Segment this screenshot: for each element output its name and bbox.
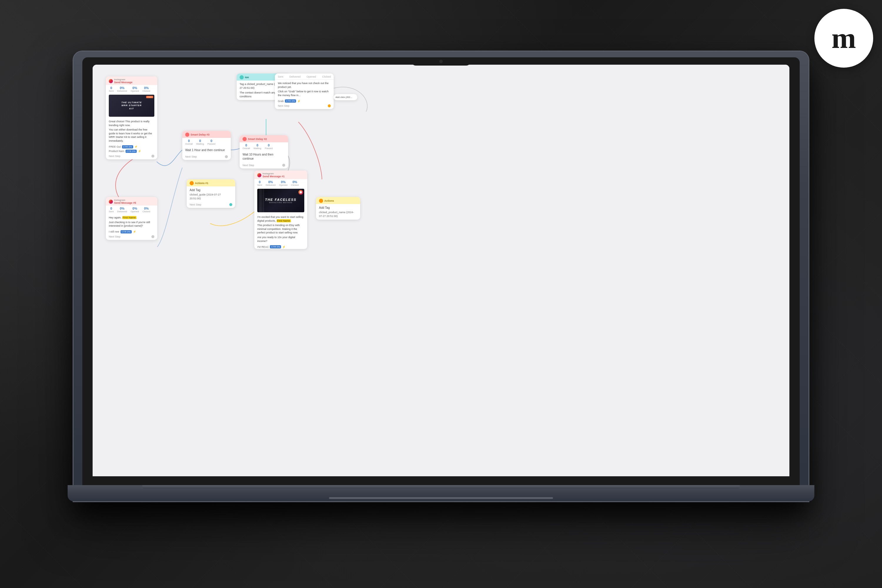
ctr-row-email: Grab CTR 0% ⚡: [275, 99, 334, 103]
ctr-badge-email: CTR 0%: [285, 99, 296, 103]
email-stat-delivered: Delivered: [289, 75, 300, 78]
stat-overall-2: 0 Overall: [243, 144, 250, 150]
send-message-5-body: Hey again, First Name. Just checking in …: [106, 214, 157, 230]
node-send-message[interactable]: Instagram Send Message 0 Sent 0% D: [106, 76, 157, 159]
ctr-label-1: FREE Gui: [109, 145, 121, 148]
connections-svg: [93, 64, 789, 476]
smart-delay-2-icon: [243, 137, 247, 141]
stats-row: 0 Sent 0% Delivered 0% Opened: [106, 85, 157, 93]
node-partial-right: Add click (202...: [334, 94, 357, 100]
send-message-5-stats: 0 Sent 0% Delivered 0% Opened: [106, 206, 157, 214]
email-stats-header: Sent Delivered Opened Clicked: [275, 74, 334, 80]
ctr-icon-sm1: ⚡: [282, 246, 285, 248]
stat-passed-2: 0 Passed: [265, 144, 273, 150]
stat-overall: 0 Overall: [185, 139, 193, 145]
node-actions-1[interactable]: Actions #1 Add Tag clicked_guide (2024-0…: [187, 179, 235, 208]
node-send-message-1[interactable]: Instagram Send Message #1 0 Sent 0%: [254, 171, 307, 249]
ctr-icon-1: ⚡: [134, 145, 138, 148]
smart-delay-3-stats: 0 Overall 0 Waiting 0 Passed: [182, 138, 231, 146]
ctr-row-1: FREE Gui CTR 0% ⚡: [106, 145, 157, 149]
stat-sent-5: 0 Sent: [109, 207, 114, 213]
ctr-row-2: Product Nam CTR 0% ⚡: [106, 149, 157, 153]
faceless-title: THE FACELESS: [265, 198, 296, 201]
actions-1-body: Add Tag clicked_guide (2024-07-27 20:51:…: [187, 186, 235, 202]
partial-text: Add click (202...: [334, 94, 357, 100]
node-send-message-5[interactable]: Instagram Send Message #5 0 Sent 0%: [106, 197, 157, 240]
next-dot-3: [225, 155, 228, 158]
stat-delivered-1: 0% Delivered: [266, 180, 276, 186]
email-stat-opened: Opened: [307, 75, 316, 78]
instagram-icon-1: [257, 173, 261, 177]
body-text-1: Great choice! This product is really tre…: [109, 120, 154, 127]
laptop: Instagram Send Message 0 Sent 0% D: [74, 51, 808, 537]
email-body-2: Click on "Grab" below to get it now & wa…: [278, 90, 331, 97]
ctr-icon-sm5: ⚡: [133, 230, 136, 233]
smart-delay-3-next: Next Step: [182, 154, 231, 160]
node-body: Great choice! This product is really tre…: [106, 118, 157, 145]
stat-clicked-5: 0% Clicked: [142, 207, 150, 213]
node-smart-delay-2[interactable]: Smart Delay #2 0 Overall 0 Waiting: [240, 135, 288, 168]
body-sm5-1: Hey again, First Name.: [109, 216, 154, 220]
stat-delivered: 0% Delivered: [117, 86, 127, 92]
smart-delay-3-body: Wait 1 Hour and then continue: [182, 146, 231, 154]
ctr-badge-sm1: CTR 0%: [270, 245, 281, 248]
faceless-subtitle: MARKETING METHOD: [265, 202, 296, 204]
email-stat-sent: Sent: [278, 75, 284, 78]
body-text-2: You can either download the free guide t…: [109, 128, 154, 142]
actions-1-header: Actions #1: [187, 179, 235, 186]
product-image: THE ULTIMATEMRR STARTERKIT FREE!: [109, 94, 154, 117]
actions-1-tag: clicked_guide (2024-07-27 20:51:00): [190, 193, 232, 200]
instagram-icon: [109, 79, 113, 83]
body-text-sm1: I'm excited that you want to start selli…: [257, 215, 304, 222]
next-dot-sm5: [152, 235, 154, 238]
next-dot-2: [282, 164, 285, 167]
screen-bezel: Instagram Send Message 0 Sent 0% D: [82, 57, 800, 489]
camera-notch: [412, 57, 470, 66]
platform-label-5: Instagram: [114, 199, 136, 201]
smart-delay-2-next: Next Step: [240, 163, 288, 168]
body-text-sm2: This product is trending on Etsy with mi…: [257, 224, 304, 235]
send-message-5-next: Next Step: [106, 234, 157, 240]
actions-right-title: Actions: [324, 200, 334, 202]
send-message-1-body: I'm excited that you want to start selli…: [254, 213, 307, 244]
platform-label-1: Instagram: [262, 172, 285, 175]
ctr-label-email: Grab: [278, 100, 284, 103]
laptop-body: Instagram Send Message 0 Sent 0% D: [74, 51, 808, 501]
screen: Instagram Send Message 0 Sent 0% D: [93, 64, 789, 476]
ctr-label-2: Product Nam: [109, 150, 124, 153]
instagram-icon-5: [109, 200, 113, 204]
ctr-badge-sm5: CTR 0%: [120, 230, 132, 233]
camera-dot: [439, 60, 443, 63]
send-message-1-header: Instagram Send Message #1: [254, 171, 307, 179]
actions-1-next: Next Step: [187, 202, 235, 208]
next-dot: [152, 154, 154, 158]
node-smart-delay-3[interactable]: Smart Delay #3 0 Overall 0 Waiting: [182, 131, 231, 160]
stat-opened: 0% Opened: [130, 86, 139, 92]
ctr-icon-email: ⚡: [297, 100, 300, 103]
ctr-badge-1: CTR 0%: [122, 145, 133, 148]
send-message-1-stats: 0 Sent 0% Delivered 0% Opened: [254, 179, 307, 188]
actions-right-icon: [319, 199, 323, 203]
email-stat-clicked: Clicked: [322, 75, 331, 78]
smart-delay-2-stats: 0 Overall 0 Waiting 0 Passed: [240, 142, 288, 151]
ctr-label-sm5: I still nee: [109, 230, 119, 233]
smart-delay-2-header: Smart Delay #2: [240, 135, 288, 142]
actions-right-tag: clicked_product_name (2024-07-27 20:51:0…: [319, 210, 357, 218]
laptop-hinge: [142, 485, 740, 489]
actions-1-action: Add Tag: [190, 188, 232, 192]
laptop-base: [68, 485, 814, 501]
smart-delay-2-title: Smart Delay #2: [248, 138, 267, 141]
next-dot-actions1: [230, 203, 232, 206]
node-actions-right[interactable]: Actions Add Tag clicked_product_name (20…: [316, 197, 360, 220]
actions-1-title: Actions #1: [195, 182, 208, 184]
node-email-card[interactable]: Sent Delivered Opened Clicked We noticed…: [275, 74, 334, 109]
ctr-badge-2: CTR 0%: [126, 150, 137, 153]
stat-clicked-1: 0% Clicked: [291, 180, 299, 186]
send-message-1-title: Send Message #1: [262, 175, 285, 178]
platform-label: Instagram: [114, 78, 133, 81]
stat-passed: 0 Passed: [208, 139, 216, 145]
actions-right-action: Add Tag: [319, 206, 357, 210]
ctr-icon-2: ⚡: [138, 150, 141, 153]
stat-waiting-2: 0 Waiting: [254, 144, 261, 150]
logo-icon: m: [831, 24, 856, 53]
